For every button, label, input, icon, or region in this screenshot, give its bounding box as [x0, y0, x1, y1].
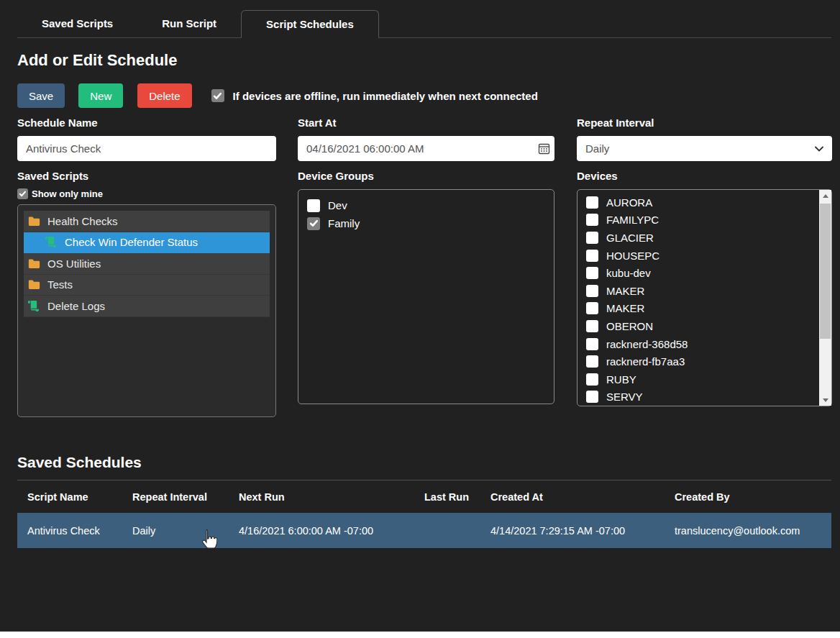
delete-button[interactable]: Delete — [137, 83, 191, 108]
device-housepc[interactable]: HOUSEPC — [586, 247, 819, 265]
tab-bar: Saved ScriptsRun ScriptScript Schedules — [17, 10, 831, 38]
script-icon — [28, 301, 40, 311]
device-ruby[interactable]: RUBY — [586, 370, 819, 388]
save-button[interactable]: Save — [17, 83, 65, 108]
device-label: kubu-dev — [606, 267, 651, 279]
device-group-checkbox[interactable] — [307, 217, 320, 230]
device-groups-label: Device Groups — [298, 170, 374, 182]
cell-created-at: 4/14/2021 7:29:15 AM -07:00 — [480, 525, 665, 537]
script-item-label: Health Checks — [47, 215, 118, 227]
tab-run-script[interactable]: Run Script — [137, 10, 241, 37]
device-group-checkbox[interactable] — [307, 199, 320, 212]
device-group-label: Dev — [328, 199, 347, 211]
start-at-input[interactable] — [298, 136, 533, 161]
app-window: Saved ScriptsRun ScriptScript Schedules … — [0, 0, 840, 638]
device-oberon[interactable]: OBERON — [586, 317, 819, 335]
page-title: Add or Edit Schedule — [17, 51, 177, 70]
table-header-row: Script NameRepeat IntervalNext RunLast R… — [17, 480, 831, 513]
show-only-mine-label: Show only mine — [32, 188, 103, 199]
device-group-label: Family — [328, 217, 360, 229]
device-kubu-dev[interactable]: kubu-dev — [586, 264, 819, 282]
column-header-script-name: Script Name — [17, 491, 122, 503]
cell-script-name: Antivirus Check — [17, 525, 122, 537]
new-button[interactable]: New — [78, 83, 123, 108]
column-header-created-at: Created At — [480, 491, 665, 503]
schedule-row-antivirus-check[interactable]: Antivirus CheckDaily4/16/2021 6:00:00 AM… — [17, 513, 831, 548]
script-item-label: Check Win Defender Status — [65, 236, 198, 248]
start-at-label: Start At — [298, 117, 337, 129]
script-item-health-checks[interactable]: Health Checks — [24, 211, 270, 232]
tab-saved-scripts[interactable]: Saved Scripts — [17, 10, 137, 37]
script-item-label: Delete Logs — [47, 300, 105, 312]
device-checkbox[interactable] — [586, 338, 598, 350]
devices-label: Devices — [577, 170, 618, 182]
device-checkbox[interactable] — [586, 285, 598, 297]
device-aurora[interactable]: AURORA — [586, 193, 819, 211]
script-item-check-win-defender-status[interactable]: Check Win Defender Status — [24, 232, 270, 254]
device-glacier[interactable]: GLACIER — [586, 229, 819, 247]
device-checkbox[interactable] — [586, 391, 598, 403]
show-only-mine-group: Show only mine — [17, 188, 103, 199]
device-group-family[interactable]: Family — [307, 214, 554, 232]
saved-schedules-title: Saved Schedules — [17, 454, 142, 471]
device-checkbox[interactable] — [586, 373, 598, 386]
saved-schedules-table: Script NameRepeat IntervalNext RunLast R… — [17, 480, 831, 548]
device-racknerd-fb7aa3[interactable]: racknerd-fb7aa3 — [586, 352, 819, 370]
device-servy[interactable]: SERVY — [586, 388, 819, 406]
chevron-down-icon — [815, 146, 823, 152]
column-header-last-run: Last Run — [414, 491, 480, 503]
repeat-interval-value: Daily — [577, 142, 609, 155]
folder-icon — [28, 279, 40, 290]
device-label: GLACIER — [606, 232, 654, 244]
devices-panel: AURORAFAMILYPCGLACIERHOUSEPCkubu-devMAKE… — [577, 189, 832, 406]
calendar-icon[interactable] — [533, 136, 554, 161]
column-header-created-by: Created By — [665, 491, 821, 503]
schedule-name-field-wrap — [17, 136, 276, 161]
device-label: OBERON — [606, 320, 653, 332]
device-label: SERVY — [606, 391, 643, 403]
schedule-name-label: Schedule Name — [17, 117, 98, 129]
tab-script-schedules[interactable]: Script Schedules — [241, 10, 379, 38]
devices-scrollbar[interactable] — [819, 190, 831, 406]
scrollbar-thumb[interactable] — [820, 204, 831, 339]
script-item-os-utilities[interactable]: OS Utilities — [24, 253, 270, 275]
cell-next-run: 4/16/2021 6:00:00 AM -07:00 — [229, 525, 414, 537]
script-item-delete-logs[interactable]: Delete Logs — [24, 296, 270, 317]
device-group-dev[interactable]: Dev — [307, 196, 554, 214]
toolbar: Save New Delete If devices are offline, … — [17, 83, 538, 108]
saved-scripts-label: Saved Scripts — [17, 170, 88, 182]
device-familypc[interactable]: FAMILYPC — [586, 211, 819, 229]
device-label: RUBY — [606, 373, 636, 386]
show-only-mine-checkbox[interactable] — [17, 188, 28, 199]
device-label: MAKER — [606, 285, 644, 297]
script-item-label: Tests — [47, 278, 73, 291]
device-label: MAKER — [606, 302, 644, 314]
start-at-field-wrap — [298, 136, 554, 161]
device-checkbox[interactable] — [586, 302, 598, 314]
device-racknerd-368d58[interactable]: racknerd-368d58 — [586, 335, 819, 353]
column-header-next-run: Next Run — [229, 491, 414, 503]
device-maker[interactable]: MAKER — [586, 300, 819, 318]
scrollbar-down-arrow-icon[interactable] — [819, 394, 831, 406]
table-body: Antivirus CheckDaily4/16/2021 6:00:00 AM… — [17, 513, 831, 548]
device-checkbox[interactable] — [586, 267, 598, 279]
device-label: FAMILYPC — [606, 214, 659, 226]
saved-scripts-panel: Health ChecksCheck Win Defender StatusOS… — [17, 204, 276, 417]
folder-icon — [28, 216, 40, 227]
device-label: AURORA — [606, 196, 652, 209]
schedule-name-input[interactable] — [17, 136, 276, 161]
device-label: HOUSEPC — [606, 250, 659, 262]
device-checkbox[interactable] — [586, 320, 598, 332]
device-maker[interactable]: MAKER — [586, 282, 819, 300]
script-item-tests[interactable]: Tests — [24, 275, 270, 296]
repeat-interval-select[interactable]: Daily — [577, 136, 832, 161]
saved-scripts-list: Health ChecksCheck Win Defender StatusOS… — [24, 211, 270, 317]
device-checkbox[interactable] — [586, 250, 598, 262]
offline-checkbox[interactable] — [211, 89, 224, 102]
device-checkbox[interactable] — [586, 196, 598, 209]
device-checkbox[interactable] — [586, 355, 598, 368]
scrollbar-up-arrow-icon[interactable] — [819, 190, 831, 201]
device-label: racknerd-fb7aa3 — [606, 355, 685, 368]
device-checkbox[interactable] — [586, 232, 598, 244]
device-checkbox[interactable] — [586, 214, 598, 226]
